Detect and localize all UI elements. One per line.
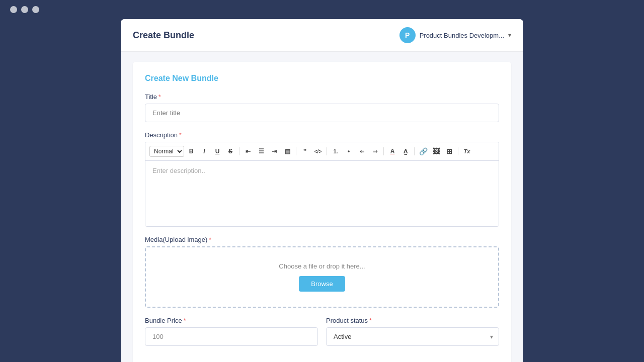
separator-2: [296, 147, 296, 155]
price-group: Bundle Price * 100: [145, 317, 318, 346]
style-select[interactable]: Normal: [149, 146, 184, 157]
align-justify-button[interactable]: ▤: [281, 145, 293, 157]
title-input[interactable]: [145, 104, 499, 122]
strikethrough-button[interactable]: S: [224, 145, 236, 157]
title-label: Title *: [145, 93, 499, 101]
media-required: *: [209, 236, 211, 243]
form-card-title: Create New Bundle: [145, 74, 499, 83]
main-container: Create Bundle P Product Bundles Developm…: [121, 19, 523, 362]
separator-6: [458, 147, 458, 155]
bold-button[interactable]: B: [185, 145, 197, 157]
code-button[interactable]: </>: [312, 145, 324, 157]
browse-button[interactable]: Browse: [299, 276, 345, 292]
ordered-list-button[interactable]: 1.: [330, 145, 342, 157]
status-group: Product status * Active Inactive Draft ▾: [326, 317, 499, 346]
separator-5: [414, 147, 415, 155]
underline-button[interactable]: U: [211, 145, 223, 157]
embed-button[interactable]: ⊞: [443, 145, 455, 157]
editor-toolbar: Normal B I U S ⇤ ☰ ⇥ ▤ " </>: [145, 142, 499, 161]
align-center-button[interactable]: ☰: [255, 145, 267, 157]
top-bar: [0, 0, 644, 19]
header-bar: Create Bundle P Product Bundles Developm…: [121, 19, 523, 52]
content-area: Create New Bundle Title * Description *: [121, 52, 523, 362]
circle-3: [32, 6, 39, 13]
media-label: Media(Upload image) *: [145, 236, 499, 243]
upload-area[interactable]: Choose a file or drop it here... Browse: [145, 246, 499, 308]
description-label: Description *: [145, 131, 499, 139]
chevron-down-icon[interactable]: ▾: [508, 32, 511, 39]
rich-text-editor: Normal B I U S ⇤ ☰ ⇥ ▤ " </>: [145, 142, 499, 227]
title-required: *: [158, 94, 161, 101]
status-select-wrapper: Active Inactive Draft ▾: [326, 327, 499, 346]
product-status-select[interactable]: Active Inactive Draft: [326, 327, 499, 346]
price-required: *: [184, 317, 186, 324]
bundle-price-input[interactable]: 100: [145, 327, 318, 346]
circle-1: [10, 6, 17, 13]
form-card: Create New Bundle Title * Description *: [133, 62, 511, 362]
avatar: P: [399, 27, 416, 43]
clear-format-button[interactable]: Tx: [461, 145, 473, 157]
circle-2: [21, 6, 28, 13]
separator-4: [383, 147, 384, 155]
blockquote-button[interactable]: ": [299, 145, 311, 157]
page-title: Create Bundle: [133, 30, 194, 41]
text-color-button[interactable]: A: [386, 145, 398, 157]
unordered-list-button[interactable]: •: [343, 145, 355, 157]
description-required: *: [179, 132, 182, 139]
status-label: Product status *: [326, 317, 499, 324]
price-label: Bundle Price *: [145, 317, 318, 324]
separator-1: [239, 147, 239, 155]
editor-content[interactable]: Enter description..: [145, 161, 499, 226]
separator-3: [327, 147, 327, 155]
org-name: Product Bundles Developm...: [420, 32, 504, 39]
indent-decrease-button[interactable]: ⇐: [356, 145, 368, 157]
italic-button[interactable]: I: [198, 145, 210, 157]
status-required: *: [369, 317, 372, 324]
indent-increase-button[interactable]: ⇒: [369, 145, 381, 157]
description-group: Description * Normal B I U S ⇤: [145, 131, 499, 227]
title-group: Title *: [145, 93, 499, 122]
image-button[interactable]: 🖼: [430, 145, 442, 157]
header-right: P Product Bundles Developm... ▾: [399, 27, 511, 43]
upload-text: Choose a file or drop it here...: [279, 262, 365, 270]
price-status-row: Bundle Price * 100 Product status * Acti…: [145, 317, 499, 355]
link-button[interactable]: 🔗: [417, 145, 429, 157]
align-left-button[interactable]: ⇤: [242, 145, 254, 157]
align-right-button[interactable]: ⇥: [268, 145, 280, 157]
media-group: Media(Upload image) * Choose a file or d…: [145, 236, 499, 308]
highlight-button[interactable]: A̲: [399, 145, 412, 157]
